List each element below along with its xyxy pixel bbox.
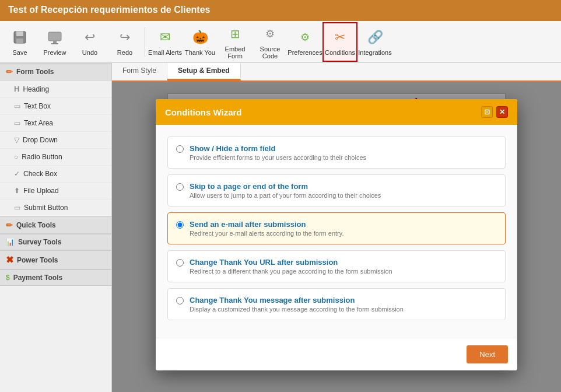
- main-layout: ✏ Form Tools H Heading ▭ Text Box ▭ Text…: [0, 63, 561, 392]
- preview-icon: [45, 28, 64, 47]
- option-show-hide-radio[interactable]: [176, 145, 184, 153]
- preferences-icon: ⚙: [296, 28, 314, 47]
- preferences-label: Preferences: [287, 49, 322, 56]
- modal-header-controls: ⊡ ✕: [481, 106, 508, 118]
- svg-rect-5: [51, 43, 58, 44]
- modal-title: Conditions Wizard: [165, 107, 242, 117]
- redo-button[interactable]: ↪ Redo: [107, 22, 142, 62]
- title-bar: Test of Recepción requerimientos de Clie…: [0, 0, 561, 21]
- undo-button[interactable]: ↩ Undo: [72, 22, 107, 62]
- option-show-hide[interactable]: Show / Hide a form field Provide efficie…: [167, 136, 506, 169]
- survey-tools-header[interactable]: 📊 Survey Tools: [0, 234, 111, 250]
- conditions-icon: ✂: [331, 28, 349, 47]
- drop-down-icon: ▽: [14, 136, 19, 144]
- email-alerts-label: Email Alerts: [148, 49, 182, 56]
- email-alerts-button[interactable]: ✉ Email Alerts: [148, 22, 183, 62]
- embed-form-label: Embed Form: [218, 46, 253, 60]
- option-send-email-radio[interactable]: [176, 221, 184, 229]
- radio-button-label: Radio Button: [22, 153, 62, 161]
- power-tools-label: Power Tools: [17, 256, 58, 264]
- tabs-bar: Form Style Setup & Embed: [112, 63, 561, 82]
- payment-tools-label: Payment Tools: [13, 274, 62, 282]
- svg-rect-4: [53, 41, 57, 43]
- modal-body: Show / Hide a form field Provide efficie…: [156, 125, 517, 338]
- modal-overlay: Conditions Wizard ⊡ ✕ Show / Hide a form…: [112, 82, 561, 392]
- text-area-label: Text Area: [24, 119, 53, 127]
- option-thankyou-msg-radio[interactable]: [176, 297, 184, 304]
- integrations-button[interactable]: 🔗 Integrations: [357, 22, 392, 62]
- text-area-icon: ▭: [14, 119, 20, 127]
- sidebar-item-radio-button[interactable]: ○ Radio Button: [0, 149, 111, 166]
- sidebar-item-heading[interactable]: H Heading: [0, 80, 111, 98]
- tab-setup-embed-label: Setup & Embed: [178, 66, 230, 75]
- source-code-icon: ⚙: [261, 24, 279, 43]
- svg-rect-3: [48, 32, 61, 41]
- option-thankyou-msg[interactable]: Change Thank You message after submissio…: [167, 288, 506, 320]
- sidebar-item-submit-button[interactable]: ▭ Submit Button: [0, 200, 111, 216]
- redo-icon: ↪: [115, 28, 134, 47]
- quick-tools-label: Quick Tools: [16, 221, 56, 229]
- heading-icon: H: [14, 85, 19, 93]
- toolbar: Save Preview ↩ Undo ↪ Redo ✉ Email Alert…: [0, 21, 561, 63]
- option-thankyou-url-desc: Redirect to a different thank you page a…: [190, 268, 392, 275]
- modal-header: Conditions Wizard ⊡ ✕: [156, 99, 517, 125]
- content-area: Form Style Setup & Embed CleAn dep: [112, 63, 561, 392]
- source-code-label: Source Code: [253, 46, 287, 60]
- tab-setup-embed[interactable]: Setup & Embed: [167, 63, 241, 80]
- sidebar-item-file-upload[interactable]: ⬆ File Upload: [0, 183, 111, 200]
- undo-icon: ↩: [80, 28, 99, 47]
- thank-you-label: Thank You: [185, 49, 215, 56]
- power-tools-header[interactable]: ✖ Power Tools: [0, 250, 111, 270]
- sidebar: ✏ Form Tools H Heading ▭ Text Box ▭ Text…: [0, 63, 112, 392]
- modal-restore-button[interactable]: ⊡: [481, 106, 493, 118]
- sidebar-item-text-box[interactable]: ▭ Text Box: [0, 98, 111, 115]
- sidebar-item-drop-down[interactable]: ▽ Drop Down: [0, 132, 111, 149]
- sidebar-item-check-box[interactable]: ✓ Check Box: [0, 166, 111, 183]
- form-preview: CleAn depot Nombre del solicitante * Tel…: [112, 82, 561, 392]
- preferences-button[interactable]: ⚙ Preferences: [287, 22, 322, 62]
- sidebar-item-text-area[interactable]: ▭ Text Area: [0, 115, 111, 132]
- pencil-icon: ✏: [6, 67, 13, 76]
- drop-down-label: Drop Down: [23, 136, 58, 144]
- payment-tools-header[interactable]: $ Payment Tools: [0, 270, 111, 286]
- modal-footer: Next: [156, 338, 517, 370]
- option-thankyou-url[interactable]: Change Thank You URL after submission Re…: [167, 250, 506, 282]
- file-upload-label: File Upload: [23, 187, 59, 195]
- preview-button[interactable]: Preview: [37, 22, 72, 62]
- check-box-icon: ✓: [14, 170, 20, 178]
- source-code-button[interactable]: ⚙ Source Code: [253, 22, 287, 62]
- quick-tools-header[interactable]: ✏ Quick Tools: [0, 216, 111, 234]
- text-box-icon: ▭: [14, 102, 20, 110]
- power-tools-icon: ✖: [6, 254, 13, 265]
- form-tools-header[interactable]: ✏ Form Tools: [0, 63, 111, 80]
- option-thankyou-msg-title: Change Thank You message after submissio…: [190, 296, 404, 304]
- preview-label: Preview: [43, 49, 66, 56]
- conditions-button[interactable]: ✂ Conditions: [322, 22, 357, 62]
- option-skip-page[interactable]: Skip to a page or end of the form Allow …: [167, 174, 506, 206]
- option-thankyou-url-title: Change Thank You URL after submission: [190, 258, 392, 267]
- modal-close-button[interactable]: ✕: [496, 106, 508, 118]
- survey-tools-label: Survey Tools: [18, 238, 61, 246]
- radio-button-icon: ○: [14, 153, 18, 161]
- undo-label: Undo: [82, 49, 97, 56]
- save-icon: [10, 28, 29, 47]
- option-skip-page-title: Skip to a page or end of the form: [190, 182, 381, 191]
- email-alerts-icon: ✉: [156, 28, 174, 47]
- option-skip-page-desc: Allow users to jump to a part of your fo…: [190, 192, 381, 199]
- next-button[interactable]: Next: [467, 345, 508, 363]
- option-thankyou-url-radio[interactable]: [176, 259, 184, 267]
- option-thankyou-msg-desc: Display a customized thank you message a…: [190, 306, 404, 313]
- embed-form-button[interactable]: ⊞ Embed Form: [218, 22, 253, 62]
- tab-form-style[interactable]: Form Style: [112, 63, 167, 80]
- thank-you-icon: 🎃: [191, 28, 209, 47]
- option-send-email[interactable]: Send an e-mail after submission Redirect…: [167, 212, 506, 244]
- svg-rect-2: [16, 38, 23, 43]
- integrations-label: Integrations: [358, 49, 391, 56]
- option-show-hide-title: Show / Hide a form field: [190, 144, 366, 153]
- heading-label: Heading: [23, 85, 49, 93]
- save-button[interactable]: Save: [2, 22, 37, 62]
- survey-tools-icon: 📊: [6, 238, 15, 246]
- option-skip-page-radio[interactable]: [176, 183, 184, 191]
- thank-you-button[interactable]: 🎃 Thank You: [183, 22, 218, 62]
- page-title: Test of Recepción requerimientos de Clie…: [8, 5, 210, 15]
